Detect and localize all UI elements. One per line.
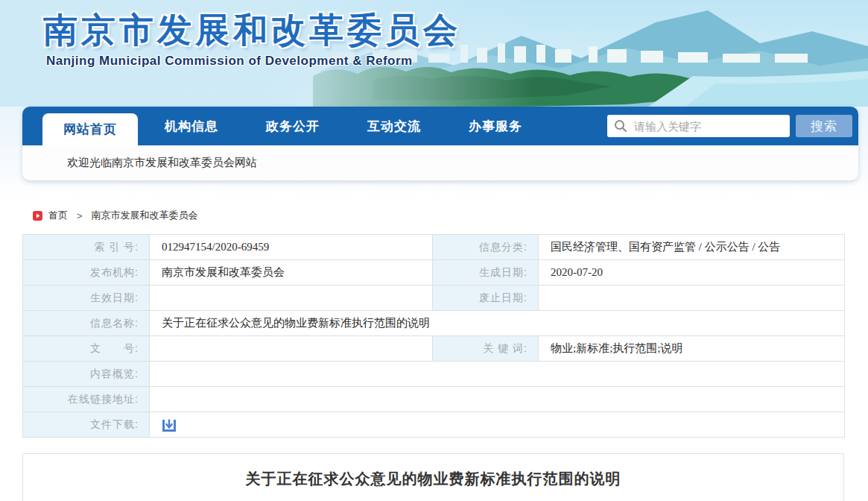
table-row: 索 引 号: 012947154/2020-69459 信息分类: 国民经济管理…	[23, 235, 845, 260]
table-row: 信息名称: 关于正在征求公众意见的物业费新标准执行范围的说明	[23, 311, 845, 336]
nav-tab-org-info[interactable]: 机构信息	[144, 107, 239, 145]
effective-date-label: 生效日期:	[23, 286, 150, 311]
document-meta-table: 索 引 号: 012947154/2020-69459 信息分类: 国民经济管理…	[22, 234, 845, 438]
info-category-label: 信息分类:	[433, 235, 539, 260]
publisher-value: 南京市发展和改革委员会	[150, 260, 433, 286]
main-navigation: 网站首页 机构信息 政务公开 互动交流 办事服务 搜索	[22, 107, 858, 145]
online-link-value	[150, 387, 845, 412]
created-date-label: 生成日期:	[433, 260, 539, 286]
nav-card: 网站首页 机构信息 政务公开 互动交流 办事服务 搜索 欢迎光临南京市发展和改革…	[22, 107, 858, 180]
doc-number-value	[150, 336, 433, 362]
header-banner: 南京市发展和改革委员会 Nanjing Municipal Commission…	[0, 0, 868, 107]
file-download-cell	[150, 412, 845, 438]
effective-date-value	[150, 286, 433, 311]
file-download-label: 文件下载:	[23, 412, 150, 438]
nav-tab-interaction[interactable]: 互动交流	[346, 107, 442, 145]
breadcrumb-home-link[interactable]: 首页	[48, 209, 68, 222]
breadcrumb-play-icon	[33, 211, 42, 221]
overview-label: 内容概览:	[23, 362, 150, 387]
repeal-date-label: 废止日期:	[433, 286, 539, 311]
welcome-text: 欢迎光临南京市发展和改革委员会网站	[67, 156, 257, 170]
breadcrumb-separator: >	[77, 210, 83, 221]
article-title: 关于正在征求公众意见的物业费新标准执行范围的说明	[23, 469, 843, 489]
table-row: 在线链接地址:	[23, 387, 845, 412]
breadcrumb: 首页 > 南京市发展和改革委员会	[33, 209, 198, 222]
keywords-value: 物业;新标准;执行范围;说明	[539, 336, 845, 362]
article-content-box: 关于正在征求公众意见的物业费新标准执行范围的说明	[22, 453, 844, 501]
keywords-label: 关 键 词:	[433, 336, 539, 362]
publisher-label: 发布机构:	[23, 260, 150, 286]
index-number-label: 索 引 号:	[23, 235, 150, 260]
table-row: 文 号: 关 键 词: 物业;新标准;执行范围;说明	[23, 336, 845, 362]
doc-number-label: 文 号:	[23, 336, 150, 362]
overview-value	[150, 362, 845, 387]
info-name-label: 信息名称:	[23, 311, 150, 336]
nav-tab-home[interactable]: 网站首页	[42, 113, 138, 145]
page: 南京市发展和改革委员会 Nanjing Municipal Commission…	[0, 0, 868, 501]
table-row: 文件下载:	[23, 412, 845, 438]
site-subtitle-en: Nanjing Municipal Commission of Developm…	[46, 54, 413, 69]
search-input[interactable]	[607, 115, 790, 137]
breadcrumb-current: 南京市发展和改革委员会	[92, 209, 198, 222]
info-category-value: 国民经济管理、国有资产监管 / 公示公告 / 公告	[539, 235, 845, 260]
repeal-date-value	[539, 286, 845, 311]
nav-tab-services[interactable]: 办事服务	[448, 107, 543, 145]
online-link-label: 在线链接地址:	[23, 387, 150, 412]
site-title: 南京市发展和改革委员会	[43, 7, 461, 54]
table-row: 生效日期: 废止日期:	[23, 286, 845, 311]
nav-tab-gov-affairs[interactable]: 政务公开	[245, 107, 340, 145]
download-icon[interactable]	[162, 418, 177, 432]
search-button[interactable]: 搜索	[796, 115, 852, 137]
welcome-bar: 欢迎光临南京市发展和改革委员会网站	[22, 145, 858, 180]
info-name-value: 关于正在征求公众意见的物业费新标准执行范围的说明	[150, 311, 845, 336]
table-row: 内容概览:	[23, 362, 845, 387]
table-row: 发布机构: 南京市发展和改革委员会 生成日期: 2020-07-20	[23, 260, 845, 286]
index-number-value: 012947154/2020-69459	[150, 235, 433, 260]
created-date-value: 2020-07-20	[539, 260, 845, 286]
